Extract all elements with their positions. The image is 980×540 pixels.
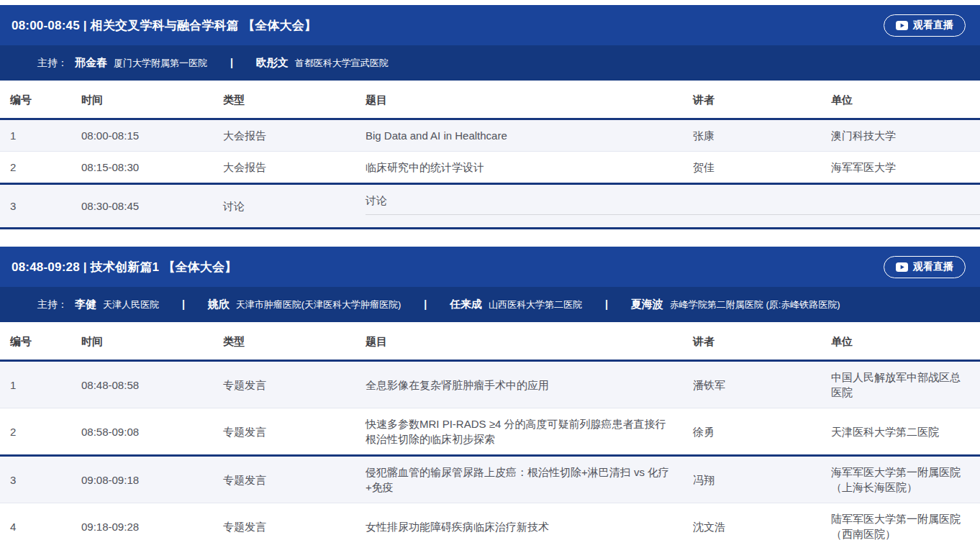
cell-speaker: 冯翔: [683, 456, 821, 503]
cell-affiliation: 陆军军医大学第一附属医院（西南医院）: [821, 503, 980, 540]
watch-live-label: 观看直播: [913, 260, 953, 273]
cell-time: 08:48-08:58: [71, 361, 213, 408]
column-header: 编号: [0, 322, 71, 361]
host-name: 夏海波: [631, 298, 663, 311]
host-divider: |: [424, 298, 427, 310]
host-affiliation: 厦门大学附属第一医院: [114, 57, 207, 70]
hosts-bar: 主持： 李健天津人民医院 | 姚欣天津市肿瘤医院(天津医科大学肿瘤医院) | 任…: [0, 287, 980, 322]
cell-title: 全息影像在复杂肾脏肿瘤手术中的应用: [355, 361, 683, 408]
host-item: 李健天津人民医院: [75, 298, 159, 311]
column-header: 讲者: [683, 81, 821, 119]
watch-live-button[interactable]: 观看直播: [884, 256, 966, 278]
cell-title: 讨论: [366, 193, 980, 215]
column-header: 类型: [213, 322, 355, 361]
agenda-table-head: 编号 时间 类型 题目 讲者 单位: [0, 81, 980, 119]
host-affiliation: 首都医科大学宣武医院: [295, 57, 389, 70]
cell-number: 2: [0, 152, 71, 184]
host-name: 姚欣: [208, 298, 230, 311]
cell-number: 1: [0, 361, 71, 408]
agenda-table: 编号 时间 类型 题目 讲者 单位 1 08:48-08:58 专题发言 全息影…: [0, 322, 980, 540]
session-block: 08:48-09:28 | 技术创新篇1 【全体大会】 观看直播 主持： 李健天…: [0, 247, 980, 540]
session-header: 08:48-09:28 | 技术创新篇1 【全体大会】 观看直播: [0, 247, 980, 287]
column-header: 时间: [71, 81, 213, 119]
agenda-table-body: 1 08:48-08:58 专题发言 全息影像在复杂肾脏肿瘤手术中的应用 潘铁军…: [0, 361, 980, 540]
cell-title: 女性排尿功能障碍疾病临床治疗新技术: [355, 503, 683, 540]
column-header: 题目: [355, 81, 683, 119]
session-title: 08:48-09:28 | 技术创新篇1 【全体大会】: [12, 259, 237, 275]
cell-time: 08:15-08:30: [71, 152, 213, 184]
cell-title: 快速多参数MRI PI-RADS ≥4 分的高度可疑前列腺癌患者直接行根治性切除…: [355, 408, 683, 456]
cell-type: 专题发言: [213, 361, 355, 408]
cell-time: 09:18-09:28: [71, 503, 213, 540]
host-affiliation: 山西医科大学第二医院: [489, 298, 582, 311]
host-name: 李健: [75, 298, 96, 311]
cell-speaker: 徐勇: [683, 408, 821, 456]
cell-type: 专题发言: [213, 408, 355, 456]
hosts-bar: 主持： 邢金春厦门大学附属第一医院 | 欧彤文首都医科大学宣武医院: [0, 45, 980, 81]
host-affiliation: 天津人民医院: [103, 298, 159, 311]
host-name: 邢金春: [75, 56, 107, 70]
cell-affiliation: 海军军医大学第一附属医院（上海长海医院）: [821, 456, 980, 503]
host-affiliation: 赤峰学院第二附属医院 (原:赤峰铁路医院): [670, 298, 840, 311]
cell-time: 08:30-08:45: [71, 184, 213, 229]
cell-title: Big Data and AI in Healthcare: [355, 119, 683, 152]
agenda-table: 编号 时间 类型 题目 讲者 单位 1 08:00-08:15 大会报告 Big…: [0, 81, 980, 229]
cell-number: 1: [0, 119, 71, 152]
column-header: 单位: [821, 81, 980, 119]
cell-title-wrap: 讨论: [355, 184, 980, 229]
cell-number: 3: [0, 456, 71, 503]
conference-program: 08:00-08:45 | 相关交叉学科与融合学科篇 【全体大会】 观看直播 主…: [0, 5, 980, 540]
cell-affiliation: 海军军医大学: [821, 152, 980, 184]
cell-speaker: 潘铁军: [683, 361, 821, 408]
table-row: 4 09:18-09:28 专题发言 女性排尿功能障碍疾病临床治疗新技术 沈文浩…: [0, 503, 980, 540]
table-row: 1 08:48-08:58 专题发言 全息影像在复杂肾脏肿瘤手术中的应用 潘铁军…: [0, 361, 980, 408]
column-header: 单位: [821, 322, 980, 361]
host-divider: |: [182, 298, 185, 310]
watch-live-button[interactable]: 观看直播: [884, 14, 966, 37]
header-row: 编号 时间 类型 题目 讲者 单位: [0, 322, 980, 361]
agenda-table-head: 编号 时间 类型 题目 讲者 单位: [0, 322, 980, 361]
cell-time: 09:08-09:18: [71, 456, 213, 503]
column-header: 类型: [213, 81, 355, 119]
cell-affiliation: 天津医科大学第二医院: [821, 408, 980, 456]
cell-type: 大会报告: [213, 152, 355, 184]
host-item: 夏海波赤峰学院第二附属医院 (原:赤峰铁路医院): [631, 298, 840, 311]
cell-number: 4: [0, 503, 71, 540]
header-row: 编号 时间 类型 题目 讲者 单位: [0, 81, 980, 119]
cell-type: 大会报告: [213, 119, 355, 152]
cell-speaker: 张康: [683, 119, 821, 152]
column-header: 题目: [355, 322, 683, 361]
column-header: 时间: [71, 322, 213, 361]
table-row: 2 08:58-09:08 专题发言 快速多参数MRI PI-RADS ≥4 分…: [0, 408, 980, 456]
hosts-label: 主持：: [37, 57, 68, 70]
cell-time: 08:58-09:08: [71, 408, 213, 456]
session-header: 08:00-08:45 | 相关交叉学科与融合学科篇 【全体大会】 观看直播: [0, 5, 980, 45]
host-divider: |: [605, 298, 608, 310]
cell-type: 讨论: [213, 184, 355, 229]
cell-number: 3: [0, 184, 71, 229]
watch-live-label: 观看直播: [913, 19, 953, 32]
cell-title: 侵犯髂血管的输尿管尿路上皮癌：根治性切除+淋巴清扫 vs 化疗+免疫: [355, 456, 683, 503]
video-play-icon: [896, 21, 908, 30]
cell-affiliation: 澳门科技大学: [821, 119, 980, 152]
session-title: 08:00-08:45 | 相关交叉学科与融合学科篇 【全体大会】: [12, 17, 317, 34]
table-row: 3 09:08-09:18 专题发言 侵犯髂血管的输尿管尿路上皮癌：根治性切除+…: [0, 456, 980, 503]
host-affiliation: 天津市肿瘤医院(天津医科大学肿瘤医院): [236, 298, 401, 311]
hosts-label: 主持：: [37, 298, 68, 311]
host-name: 欧彤文: [256, 56, 289, 70]
table-row: 2 08:15-08:30 大会报告 临床研究中的统计学设计 贺佳 海军军医大学: [0, 152, 980, 184]
host-item: 邢金春厦门大学附属第一医院: [75, 56, 207, 70]
cell-speaker: 沈文浩: [683, 503, 821, 540]
hosts-list: 邢金春厦门大学附属第一医院 | 欧彤文首都医科大学宣武医院: [75, 56, 389, 70]
cell-type: 专题发言: [213, 503, 355, 540]
hosts-list: 李健天津人民医院 | 姚欣天津市肿瘤医院(天津医科大学肿瘤医院) | 任来成山西…: [75, 298, 840, 311]
host-name: 任来成: [450, 298, 482, 311]
host-item: 姚欣天津市肿瘤医院(天津医科大学肿瘤医院): [208, 298, 401, 311]
cell-title: 临床研究中的统计学设计: [355, 152, 683, 184]
cell-number: 2: [0, 408, 71, 456]
cell-affiliation: 中国人民解放军中部战区总医院: [821, 361, 980, 408]
column-header: 讲者: [683, 322, 821, 361]
table-row: 3 08:30-08:45 讨论 讨论: [0, 184, 980, 229]
host-item: 欧彤文首都医科大学宣武医院: [256, 56, 389, 70]
video-play-icon: [896, 262, 908, 272]
